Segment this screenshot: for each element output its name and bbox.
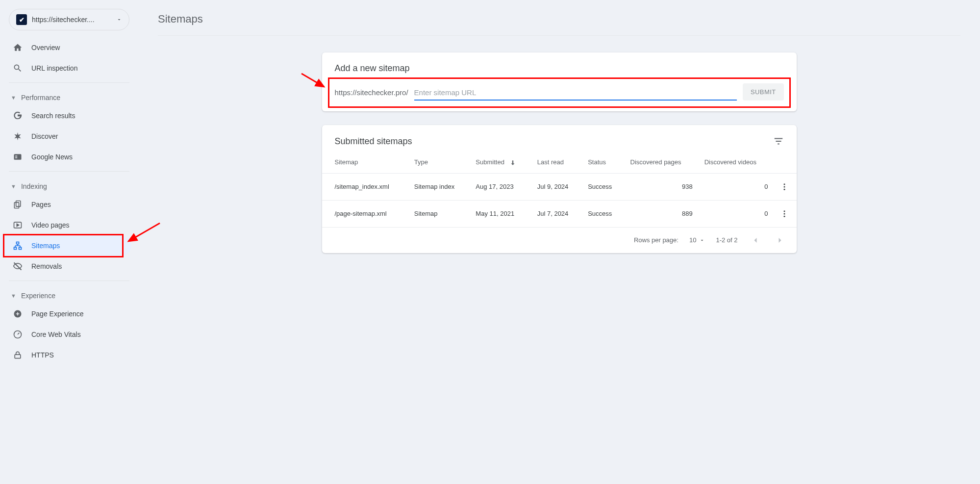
sidebar-item-label: Sitemaps — [31, 242, 60, 250]
cell-type: Sitemap index — [408, 173, 470, 200]
svg-point-19 — [783, 213, 785, 214]
col-discovered-videos[interactable]: Discovered videos — [699, 152, 774, 173]
divider — [158, 35, 960, 36]
rows-per-page-label: Rows per page: — [634, 236, 678, 244]
asterisk-icon — [13, 131, 25, 141]
sidebar-item-overview[interactable]: Overview — [0, 37, 138, 58]
sidebar-item-https[interactable]: HTTPS — [0, 345, 138, 365]
sidebar-item-removals[interactable]: Removals — [0, 256, 138, 277]
col-label: Submitted — [476, 158, 504, 166]
sidebar-item-label: Removals — [31, 262, 62, 270]
sidebar-item-label: Overview — [31, 44, 60, 51]
chevron-down-icon: ▼ — [11, 183, 16, 189]
cell-last-read: Jul 9, 2024 — [531, 173, 582, 200]
svg-rect-0 — [14, 154, 22, 160]
chevron-down-icon: ▼ — [11, 293, 16, 299]
sitemap-icon — [13, 241, 25, 251]
svg-rect-7 — [14, 247, 17, 249]
row-menu-button[interactable] — [774, 200, 797, 227]
main-content: Sitemaps Add a new sitemap https://sitec… — [138, 0, 980, 484]
sidebar-item-video-pages[interactable]: Video pages — [0, 215, 138, 235]
sidebar-item-search-results[interactable]: Search results — [0, 105, 138, 126]
sidebar-section-performance[interactable]: ▼ Performance — [0, 87, 138, 105]
table-pager: Rows per page: 10 1-2 of 2 — [322, 228, 797, 253]
cell-submitted: Aug 17, 2023 — [470, 173, 531, 200]
divider — [9, 171, 129, 172]
cell-discovered-videos: 0 — [699, 173, 774, 200]
svg-rect-13 — [15, 355, 21, 358]
pager-next-button[interactable] — [773, 233, 787, 247]
sidebar-item-core-web-vitals[interactable]: Core Web Vitals — [0, 324, 138, 345]
rows-per-page-select[interactable]: 10 — [689, 236, 705, 244]
row-menu-button[interactable] — [774, 173, 797, 200]
removals-icon — [13, 261, 25, 271]
rows-per-page-value: 10 — [689, 236, 696, 244]
property-favicon-icon: ✔ — [16, 14, 27, 25]
cell-discovered-pages: 889 — [625, 200, 699, 227]
cell-last-read: Jul 7, 2024 — [531, 200, 582, 227]
col-discovered-pages[interactable]: Discovered pages — [625, 152, 699, 173]
sidebar-section-experience[interactable]: ▼ Experience — [0, 285, 138, 304]
sidebar-item-label: Google News — [31, 153, 73, 161]
sort-descending-icon — [509, 158, 516, 166]
sitemaps-table: Sitemap Type Submitted Last read Status … — [322, 152, 797, 228]
svg-rect-4 — [14, 203, 19, 208]
cell-discovered-videos: 0 — [699, 200, 774, 227]
sidebar-item-label: Discover — [31, 132, 58, 140]
sidebar-item-label: HTTPS — [31, 351, 54, 359]
sidebar-item-url-inspection[interactable]: URL inspection — [0, 58, 138, 78]
sidebar-section-label: Experience — [21, 292, 55, 300]
search-icon — [13, 63, 25, 73]
sitemap-url-input[interactable] — [414, 85, 737, 101]
card-title: Submitted sitemaps — [335, 136, 412, 147]
cell-sitemap: /sitemap_index.xml — [322, 173, 408, 200]
plus-circle-icon — [13, 309, 25, 319]
sidebar-item-label: Pages — [31, 201, 51, 208]
svg-rect-8 — [19, 247, 22, 249]
table-header-row: Sitemap Type Submitted Last read Status … — [322, 152, 797, 173]
divider — [9, 280, 129, 281]
property-selector[interactable]: ✔ https://sitechecker.... — [9, 9, 129, 30]
svg-rect-3 — [16, 201, 21, 207]
sidebar-item-label: Page Experience — [31, 310, 84, 318]
cell-submitted: May 11, 2021 — [470, 200, 531, 227]
sidebar-item-label: Core Web Vitals — [31, 331, 81, 338]
divider — [9, 82, 129, 83]
add-sitemap-card: Add a new sitemap https://sitechecker.pr… — [322, 52, 797, 111]
sidebar-item-sitemaps[interactable]: Sitemaps — [0, 235, 131, 256]
col-sitemap[interactable]: Sitemap — [322, 152, 408, 173]
gauge-icon — [13, 330, 25, 339]
sidebar-item-label: URL inspection — [31, 64, 77, 72]
news-icon — [13, 152, 25, 162]
svg-point-17 — [783, 188, 785, 190]
sidebar-item-google-news[interactable]: Google News — [0, 147, 138, 167]
svg-rect-6 — [17, 242, 19, 244]
filter-icon[interactable] — [773, 136, 784, 147]
cell-type: Sitemap — [408, 200, 470, 227]
col-last-read[interactable]: Last read — [531, 152, 582, 173]
video-icon — [13, 220, 25, 230]
card-title: Add a new sitemap — [335, 63, 784, 74]
home-icon — [13, 43, 25, 52]
property-label: https://sitechecker.... — [32, 16, 116, 24]
pager-prev-button[interactable] — [749, 233, 762, 247]
sidebar-item-label: Search results — [31, 112, 75, 120]
cell-discovered-pages: 938 — [625, 173, 699, 200]
sidebar: ✔ https://sitechecker.... Overview URL i… — [0, 0, 138, 484]
sidebar-item-pages[interactable]: Pages — [0, 194, 138, 215]
sidebar-item-page-experience[interactable]: Page Experience — [0, 304, 138, 324]
col-status[interactable]: Status — [582, 152, 624, 173]
table-row[interactable]: /sitemap_index.xml Sitemap index Aug 17,… — [322, 173, 797, 200]
chevron-down-icon — [116, 17, 122, 23]
col-type[interactable]: Type — [408, 152, 470, 173]
col-submitted[interactable]: Submitted — [470, 152, 531, 173]
cell-status: Success — [582, 173, 624, 200]
page-title: Sitemaps — [158, 13, 960, 25]
sidebar-section-indexing[interactable]: ▼ Indexing — [0, 176, 138, 194]
svg-rect-1 — [15, 156, 17, 157]
sidebar-item-discover[interactable]: Discover — [0, 126, 138, 147]
pages-icon — [13, 200, 25, 209]
table-row[interactable]: /page-sitemap.xml Sitemap May 11, 2021 J… — [322, 200, 797, 227]
sidebar-item-label: Video pages — [31, 221, 70, 229]
submit-button[interactable]: SUBMIT — [743, 83, 784, 101]
